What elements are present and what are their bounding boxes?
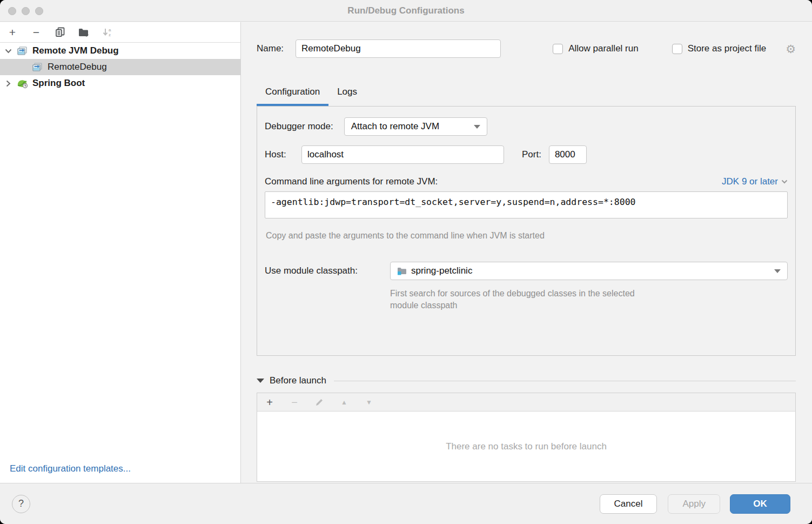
name-label: Name: (257, 43, 284, 54)
command-line-label-row: Command line arguments for remote JVM: J… (265, 176, 788, 187)
configuration-tab-panel: Debugger mode: Attach to remote JVM Host… (257, 106, 796, 356)
tree-item-label: Spring Boot (32, 78, 85, 89)
host-input[interactable] (301, 145, 504, 164)
ok-button[interactable]: OK (730, 494, 790, 514)
name-row: Name: Allow parallel run Store as projec… (257, 39, 796, 58)
debugger-mode-row: Debugger mode: Attach to remote JVM (265, 117, 788, 136)
dropdown-arrow-icon (774, 269, 781, 273)
configurations-sidebar: + − (0, 22, 241, 483)
copy-configuration-icon[interactable] (54, 26, 66, 38)
host-label: Host: (265, 149, 301, 160)
run-debug-configurations-dialog: Run/Debug Configurations + − (0, 0, 812, 524)
store-as-project-file-label: Store as project file (688, 43, 767, 54)
move-task-up-icon[interactable]: ▲ (338, 396, 350, 408)
add-configuration-icon[interactable]: + (6, 26, 18, 38)
new-folder-icon[interactable] (78, 26, 90, 38)
store-settings-gear-icon[interactable]: ⚙ (786, 43, 796, 55)
editor-tabs: Configuration Logs (257, 84, 796, 106)
module-classpath-label: Use module classpath: (265, 266, 390, 276)
chevron-right-icon[interactable] (0, 80, 16, 87)
name-input[interactable] (296, 39, 501, 58)
debugger-mode-label: Debugger mode: (265, 121, 333, 132)
window-controls (8, 0, 43, 22)
tab-logs[interactable]: Logs (328, 84, 366, 106)
add-task-icon[interactable]: + (264, 396, 276, 408)
module-classpath-hint: First search for sources of the debugged… (390, 288, 663, 311)
tab-configuration[interactable]: Configuration (257, 84, 328, 106)
tab-label: Configuration (265, 84, 320, 97)
help-button[interactable]: ? (12, 495, 30, 513)
jdk-version-label: JDK 9 or later (722, 176, 778, 187)
module-classpath-row: Use module classpath: spring-petclinic (265, 262, 788, 280)
sort-configurations-icon[interactable]: a z (102, 26, 113, 38)
jdk-version-selector[interactable]: JDK 9 or later (722, 176, 788, 187)
debugger-mode-select[interactable]: Attach to remote JVM (344, 117, 487, 136)
module-classpath-select[interactable]: spring-petclinic (390, 262, 788, 280)
dialog-title: Run/Debug Configurations (347, 5, 464, 16)
zoom-window-button[interactable] (35, 7, 43, 15)
cancel-button[interactable]: Cancel (600, 494, 657, 514)
minimize-window-button[interactable] (22, 7, 30, 15)
sidebar-toolbar: + − (0, 22, 240, 43)
dialog-footer: ? Cancel Apply OK (0, 483, 812, 524)
remote-debug-config-icon (31, 62, 43, 72)
configuration-editor: Name: Allow parallel run Store as projec… (241, 22, 812, 483)
tree-item-spring-boot[interactable]: Spring Boot (0, 75, 240, 91)
tab-label: Logs (337, 84, 357, 97)
chevron-down-icon (781, 180, 788, 184)
module-classpath-value: spring-petclinic (411, 266, 472, 276)
tasks-toolbar: + − ▲ ▼ (257, 393, 795, 412)
command-line-hint: Copy and paste the arguments to the comm… (266, 230, 788, 242)
store-as-project-file-checkbox[interactable] (672, 44, 682, 54)
dropdown-arrow-icon (474, 125, 480, 129)
edit-task-icon[interactable] (313, 396, 325, 408)
command-line-arguments-input[interactable] (265, 191, 788, 218)
no-tasks-message: There are no tasks to run before launch (257, 412, 795, 481)
tree-item-label: RemoteDebug (48, 62, 107, 72)
allow-parallel-run-label: Allow parallel run (568, 43, 638, 54)
apply-button[interactable]: Apply (668, 494, 720, 514)
title-bar: Run/Debug Configurations (0, 0, 812, 22)
debugger-mode-value: Attach to remote JVM (351, 121, 439, 132)
host-port-row: Host: Port: (265, 145, 788, 164)
before-launch-header[interactable]: Before launch (257, 375, 796, 386)
svg-text:a: a (109, 28, 111, 32)
remove-task-icon[interactable]: − (288, 396, 300, 408)
port-label: Port: (522, 149, 541, 160)
before-launch-title: Before launch (270, 375, 326, 386)
port-input[interactable] (549, 145, 587, 164)
tree-item-label: Remote JVM Debug (32, 45, 119, 56)
tree-item-remotedebug[interactable]: RemoteDebug (0, 59, 240, 75)
module-icon (397, 267, 407, 275)
before-launch-tasks-panel: + − ▲ ▼ There are no tasks to run before… (257, 393, 796, 482)
move-task-down-icon[interactable]: ▼ (363, 396, 375, 408)
close-window-button[interactable] (8, 7, 16, 15)
tree-item-remote-jvm-debug[interactable]: Remote JVM Debug (0, 43, 240, 59)
svg-text:z: z (109, 32, 111, 37)
section-divider (334, 381, 796, 381)
edit-configuration-templates-link[interactable]: Edit configuration templates... (10, 463, 131, 474)
remove-configuration-icon[interactable]: − (30, 26, 42, 38)
collapse-arrow-icon[interactable] (257, 379, 264, 383)
allow-parallel-run-checkbox[interactable] (553, 44, 563, 54)
configurations-tree: Remote JVM Debug RemoteDebug (0, 43, 240, 91)
command-line-label: Command line arguments for remote JVM: (265, 176, 438, 187)
allow-parallel-run-option: Allow parallel run Store as project file… (553, 43, 796, 55)
spring-boot-icon (16, 78, 28, 89)
chevron-down-icon[interactable] (0, 49, 16, 54)
remote-debug-config-icon (16, 45, 28, 56)
